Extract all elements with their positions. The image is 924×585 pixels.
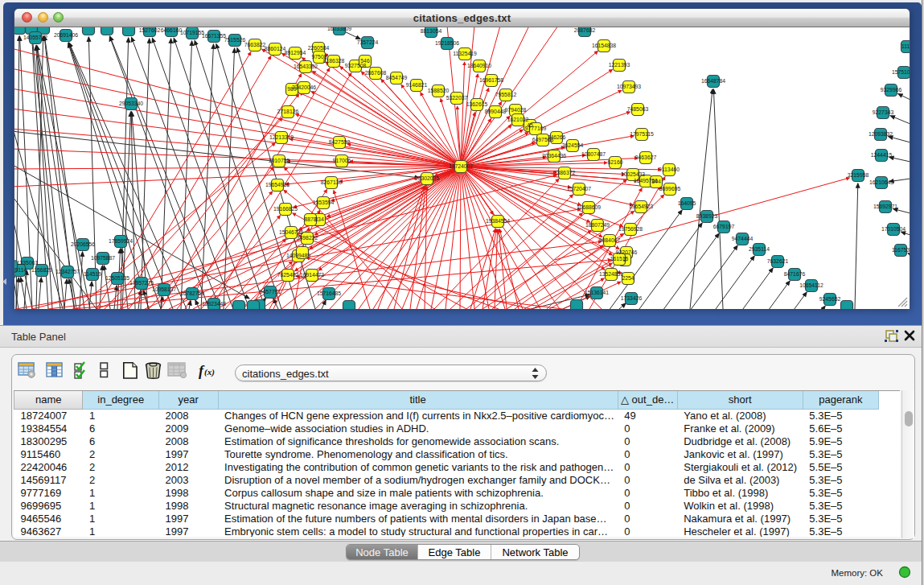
svg-text:17975115: 17975115 [630,131,654,137]
svg-text:17010504: 17010504 [881,226,906,232]
svg-text:2935114: 2935114 [749,246,770,252]
svg-text:7485063: 7485063 [627,106,649,112]
svg-text:16782759: 16782759 [180,290,204,296]
svg-text:16648784: 16648784 [701,78,725,84]
svg-text:9474444: 9474444 [732,236,754,241]
svg-text:989: 989 [287,86,297,92]
svg-text:161515: 161515 [610,256,629,262]
svg-text:16154838: 16154838 [592,43,616,48]
svg-text:10958137: 10958137 [152,286,176,292]
svg-text:8267130: 8267130 [321,179,343,185]
svg-text:15136141: 15136141 [585,290,609,295]
svg-text:12342757: 12342757 [55,269,80,274]
svg-text:10654112: 10654112 [799,282,823,288]
svg-text:20206556: 20206556 [71,241,95,247]
svg-text:10025433: 10025433 [621,171,645,177]
svg-text:7625402: 7625402 [277,272,299,278]
svg-text:20364436: 20364436 [542,153,566,159]
svg-text:16671355: 16671355 [202,33,226,39]
svg-text:16033809: 16033809 [327,27,351,31]
svg-text:16543392: 16543392 [294,64,318,69]
svg-text:15716485: 15716485 [317,290,341,296]
svg-text:3498222: 3498222 [297,235,318,241]
svg-text:1156829: 1156829 [31,267,52,273]
svg-text:746266: 746266 [548,134,566,140]
svg-text:15046736: 15046736 [279,229,303,235]
svg-text:20691406: 20691406 [54,32,78,38]
svg-text:1362615: 1362615 [466,101,488,107]
svg-text:2867608: 2867608 [365,70,387,76]
svg-text:8990448: 8990448 [485,109,507,114]
svg-text:16961758: 16961758 [479,77,503,83]
svg-text:29053340: 29053340 [119,101,143,106]
svg-text:9227343: 9227343 [873,109,894,115]
svg-text:62160: 62160 [608,159,623,165]
svg-text:(x): (x) [204,367,215,377]
svg-text:10719155: 10719155 [180,30,204,35]
svg-text:3215958: 3215958 [848,172,869,178]
svg-text:1733426: 1733426 [621,295,643,301]
svg-text:10688609: 10688609 [577,204,601,210]
svg-text:19654923: 19654923 [629,204,653,209]
svg-text:8699695: 8699695 [659,186,681,192]
svg-text:18640910: 18640910 [467,63,491,68]
svg-text:97508: 97508 [312,54,327,60]
svg-text:2087682: 2087682 [574,27,596,33]
svg-text:9463627: 9463627 [635,154,657,160]
svg-text:19654936: 19654936 [265,182,290,187]
svg-text:8878: 8878 [304,216,316,222]
svg-text:19756928: 19756928 [618,226,643,232]
svg-text:8427552: 8427552 [329,139,351,145]
svg-text:1527602: 1527602 [139,27,161,33]
svg-text:116753: 116753 [892,247,910,253]
svg-text:18807249: 18807249 [585,222,610,228]
svg-text:11325419: 11325419 [453,51,477,56]
svg-text:844: 844 [651,179,661,184]
svg-text:12505135: 12505135 [105,275,129,281]
svg-text:10975887: 10975887 [91,255,115,261]
svg-text:19218506: 19218506 [435,40,459,46]
svg-text:2260584: 2260584 [308,45,330,51]
svg-text:8860124: 8860124 [265,46,286,51]
svg-text:164095: 164095 [678,200,696,206]
svg-text:17859924: 17859924 [109,238,133,244]
svg-text:19384554: 19384554 [486,218,510,224]
svg-text:19166825: 19166825 [273,206,298,212]
svg-text:9245652: 9245652 [819,296,841,302]
svg-text:7955812: 7955812 [495,92,517,97]
svg-text:2254: 2254 [622,275,634,281]
svg-text:1221393: 1221393 [609,62,630,68]
svg-text:7357224: 7357224 [357,39,379,45]
svg-text:12213319: 12213319 [269,134,294,140]
svg-text:7515526: 7515526 [224,37,246,43]
svg-text:13524851: 13524851 [599,271,623,277]
svg-text:8813054: 8813054 [421,28,442,34]
svg-text:917006: 917006 [333,158,351,163]
svg-text:15720407: 15720407 [567,186,591,192]
svg-text:23302035: 23302035 [415,175,439,181]
svg-text:3624554: 3624554 [562,142,584,148]
svg-text:1335061: 1335061 [17,260,39,266]
svg-text:7386372: 7386372 [554,170,576,175]
svg-text:15692971: 15692971 [873,204,897,209]
svg-text:9329966: 9329966 [881,87,902,93]
svg-text:9084067: 9084067 [599,237,621,243]
svg-text:8938923: 8938923 [696,213,718,219]
svg-text:9457791: 9457791 [260,289,281,295]
svg-text:1244415: 1244415 [871,152,893,158]
svg-text:9777169: 9777169 [525,126,547,131]
svg-text:5322037: 5322037 [446,95,468,101]
svg-text:1112: 1112 [901,43,910,49]
svg-text:10973493: 10973493 [617,84,641,89]
svg-text:8912954: 8912954 [285,50,306,56]
svg-text:14099489: 14099489 [286,253,310,258]
svg-text:14055712: 14055712 [23,35,47,40]
svg-text:15751074: 15751074 [892,69,910,75]
svg-text:2718126: 2718126 [277,109,299,114]
svg-text:9146821: 9146821 [406,82,428,88]
svg-text:10807487: 10807487 [581,151,606,157]
svg-text:6679197: 6679197 [713,224,735,229]
svg-text:114519: 114519 [84,271,101,277]
svg-text:1010755: 1010755 [269,158,290,163]
svg-text:9327508: 9327508 [345,63,367,68]
